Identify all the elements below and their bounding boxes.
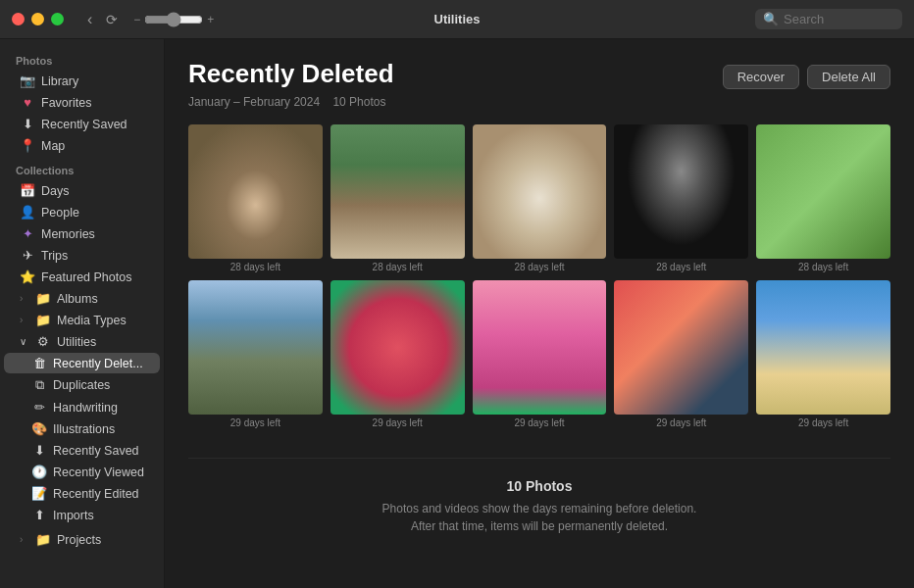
photo-count-subtitle: 10 Photos (332, 95, 385, 109)
nav-controls: ‹ ⟳ − + (83, 9, 214, 30)
content-actions: Recover Delete All (723, 65, 890, 89)
photo-thumb-3 (473, 124, 607, 259)
sidebar-label-recently-saved: Recently Saved (41, 118, 127, 131)
library-icon: 📷 (20, 74, 35, 88)
sidebar-item-duplicates[interactable]: ⧉ Duplicates (4, 374, 160, 396)
photo-label-8: 29 days left (473, 417, 607, 428)
sidebar-label-recently-edited: Recently Edited (53, 487, 139, 501)
photo-cell-8[interactable]: 29 days left (473, 280, 607, 428)
search-input[interactable] (784, 12, 894, 26)
photo-label-7: 29 days left (330, 417, 465, 428)
sidebar-item-albums[interactable]: › 📁 Albums (4, 288, 160, 309)
photo-cell-9[interactable]: 29 days left (614, 280, 748, 428)
sidebar-item-recently-saved-util[interactable]: ⬇ Recently Saved (4, 440, 160, 461)
utilities-chevron-left: ∨ (20, 336, 29, 347)
zoom-plus-icon: + (207, 13, 214, 26)
photo-label-3: 28 days left (473, 262, 607, 272)
sidebar-label-imports: Imports (53, 509, 94, 522)
sidebar-item-recently-edited[interactable]: 📝 Recently Edited (4, 483, 160, 504)
sidebar-label-handwriting: Handwriting (53, 401, 118, 415)
maximize-button[interactable] (51, 13, 64, 25)
recently-saved-icon: ⬇ (20, 117, 35, 131)
photo-thumb-1 (188, 124, 323, 259)
delete-all-button[interactable]: Delete All (807, 65, 890, 89)
sidebar-item-library[interactable]: 📷 Library (4, 71, 160, 91)
sidebar-item-recently-viewed[interactable]: 🕐 Recently Viewed (4, 462, 160, 482)
zoom-slider[interactable] (144, 12, 203, 27)
sidebar-item-memories[interactable]: ✦ Memories (4, 223, 160, 244)
favorites-icon: ♥ (20, 95, 35, 110)
content-footer: 10 Photos Photos and videos show the day… (188, 458, 890, 545)
content-subtitle: January – February 2024 10 Photos (188, 95, 890, 109)
sidebar-item-recently-deleted[interactable]: 🗑 Recently Delet... (4, 353, 160, 373)
illustrations-icon: 🎨 (31, 421, 47, 436)
sidebar: Photos 📷 Library ♥ Favorites ⬇ Recently … (0, 39, 165, 588)
sidebar-item-imports[interactable]: ⬆ Imports (4, 505, 160, 525)
footer-count: 10 Photos (188, 478, 890, 494)
albums-icon: 📁 (35, 291, 51, 306)
photo-cell-2[interactable]: 28 days left (330, 124, 465, 272)
photo-label-5: 28 days left (756, 262, 890, 272)
sidebar-item-trips[interactable]: ✈ Trips (4, 245, 160, 266)
sidebar-label-media-types: Media Types (57, 314, 127, 327)
photo-cell-5[interactable]: 28 days left (756, 124, 890, 272)
photo-label-6: 29 days left (188, 417, 323, 428)
titlebar: ‹ ⟳ − + Utilities 🔍 (0, 0, 914, 39)
footer-desc: Photos and videos show the days remainin… (188, 500, 890, 535)
content-header: Recently Deleted Recover Delete All (188, 59, 890, 89)
traffic-lights (12, 13, 64, 25)
footer-line1: Photos and videos show the days remainin… (382, 502, 697, 515)
projects-chevron: › (20, 534, 29, 545)
photo-cell-4[interactable]: 28 days left (614, 124, 748, 272)
photo-label-9: 29 days left (614, 417, 748, 428)
sidebar-item-featured-photos[interactable]: ⭐ Featured Photos (4, 267, 160, 287)
photo-thumb-10 (756, 280, 890, 415)
close-button[interactable] (12, 13, 25, 25)
trips-icon: ✈ (20, 248, 35, 263)
search-bar[interactable]: 🔍 (755, 9, 902, 29)
recently-edited-icon: 📝 (31, 486, 47, 501)
photo-image-3 (473, 124, 607, 259)
sidebar-item-illustrations[interactable]: 🎨 Illustrations (4, 418, 160, 439)
photo-cell-7[interactable]: 29 days left (330, 280, 465, 428)
photo-thumb-5 (756, 124, 890, 259)
sidebar-item-days[interactable]: 📅 Days (4, 180, 160, 201)
featured-photos-icon: ⭐ (20, 270, 35, 284)
footer-line2: After that time, items will be permanent… (411, 519, 668, 533)
rotate-button[interactable]: ⟳ (102, 10, 122, 29)
photo-thumb-2 (330, 124, 465, 259)
projects-icon: 📁 (35, 532, 51, 547)
photo-label-4: 28 days left (614, 262, 748, 272)
recently-saved-util-icon: ⬇ (31, 443, 47, 458)
photo-cell-10[interactable]: 29 days left (756, 280, 890, 428)
photo-label-10: 29 days left (756, 417, 890, 428)
sidebar-item-projects[interactable]: › 📁 Projects (4, 529, 160, 550)
zoom-minus-icon: − (133, 13, 140, 26)
photo-cell-6[interactable]: 29 days left (188, 280, 323, 428)
sidebar-item-utilities[interactable]: ∨ ⚙ Utilities (4, 331, 160, 352)
photo-cell-1[interactable]: 28 days left (188, 124, 323, 272)
photos-section-header: Photos (0, 47, 164, 70)
albums-chevron-left: › (20, 293, 29, 304)
sidebar-item-favorites[interactable]: ♥ Favorites (4, 92, 160, 113)
photo-cell-3[interactable]: 28 days left (473, 124, 607, 272)
back-button[interactable]: ‹ (83, 9, 96, 30)
photo-grid: 28 days left28 days left28 days left28 d… (188, 124, 890, 428)
sidebar-item-people[interactable]: 👤 People (4, 202, 160, 222)
sidebar-item-media-types[interactable]: › 📁 Media Types (4, 310, 160, 330)
sidebar-label-projects: Projects (57, 533, 101, 547)
photo-thumb-4 (614, 124, 748, 259)
photo-label-2: 28 days left (330, 262, 465, 272)
photo-image-4 (614, 124, 748, 259)
recover-button[interactable]: Recover (723, 65, 799, 89)
content-area: Recently Deleted Recover Delete All Janu… (165, 39, 914, 588)
sidebar-item-map[interactable]: 📍 Map (4, 135, 160, 156)
photo-thumb-8 (473, 280, 607, 415)
sidebar-item-recently-saved[interactable]: ⬇ Recently Saved (4, 114, 160, 134)
sidebar-label-duplicates: Duplicates (53, 378, 110, 392)
sidebar-item-handwriting[interactable]: ✏ Handwriting (4, 397, 160, 417)
minimize-button[interactable] (31, 13, 44, 25)
page-title: Recently Deleted (188, 59, 394, 89)
sidebar-label-recently-viewed: Recently Viewed (53, 466, 144, 479)
main-layout: Photos 📷 Library ♥ Favorites ⬇ Recently … (0, 39, 914, 588)
